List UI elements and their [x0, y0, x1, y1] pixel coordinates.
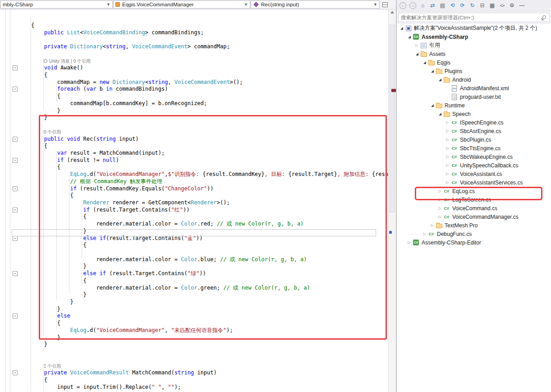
preview-selected-items-icon[interactable]: ▤	[438, 1, 447, 10]
solution-explorer-search-input[interactable]	[398, 13, 550, 22]
sync-active-document-icon[interactable]: ⇄	[428, 1, 437, 10]
tree-item-voiceassistantsample-2-2[interactable]: 解决方案"VoiceAssistantSample"(2 个项目, 共 2 个)	[397, 24, 551, 32]
tree-item-sbcplugin-cs[interactable]: ▷C#SbcPlugin.cs	[397, 135, 551, 144]
tree-item-sbcasrengine-cs[interactable]: ▷C#SbcAsrEngine.cs	[397, 127, 551, 135]
expand-arrow-icon[interactable]: ▷	[445, 121, 450, 125]
expand-arrow-icon[interactable]: ▷	[414, 44, 420, 47]
expand-arrow-icon[interactable]: ▷	[445, 129, 450, 133]
back-icon[interactable]: ←	[398, 1, 408, 10]
collapse-arrow-icon[interactable]	[429, 70, 435, 73]
codelens-line[interactable]: Unity 消息 | 0 个引用	[0, 58, 388, 65]
code-line[interactable]: commandMap[b.commandKey] = b.onRecognize…	[0, 100, 388, 107]
code-line[interactable]: {	[0, 93, 388, 100]
split-editor-button[interactable]	[381, 0, 390, 9]
tree-item-assembly-csharp[interactable]: C#Assembly-CSharp	[397, 32, 551, 41]
fold-collapse-icon[interactable]: −	[13, 208, 18, 212]
expand-arrow-icon[interactable]: ▷	[445, 181, 450, 184]
collapse-arrow-icon[interactable]	[429, 104, 435, 107]
code-line[interactable]: − foreach (var b in commandBindings)	[0, 86, 388, 93]
code-editor[interactable]: { public List<VoiceCommandBinding> comma…	[0, 9, 388, 392]
collapse-arrow-icon[interactable]	[422, 61, 427, 64]
code-line[interactable]: − void Awake()	[0, 65, 388, 72]
tree-item-assets[interactable]: Assets	[397, 50, 551, 58]
fold-collapse-icon[interactable]: −	[13, 65, 18, 70]
collapse-arrow-icon[interactable]	[414, 53, 420, 55]
codelens-line[interactable]: 1 个引用	[0, 363, 388, 370]
expand-arrow-icon[interactable]: ▷	[445, 164, 450, 167]
code-line[interactable]	[0, 36, 388, 43]
tree-item-plugins[interactable]: Plugins	[397, 67, 551, 75]
member-dropdown[interactable]: Rec(string input) ▼	[251, 0, 380, 9]
fold-collapse-icon[interactable]: −	[13, 271, 18, 276]
tree-item-runtime[interactable]: Runtime	[397, 101, 551, 110]
scrollbar-thumb[interactable]	[390, 25, 395, 212]
code-line[interactable]: {	[0, 72, 388, 79]
fold-collapse-icon[interactable]: −	[13, 137, 18, 142]
expand-arrow-icon[interactable]: ▷	[429, 224, 435, 227]
code-line[interactable]: }	[0, 341, 388, 348]
tree-item-voiceassistant-cs[interactable]: ▷C#VoiceAssistant.cs	[397, 170, 551, 178]
fold-collapse-icon[interactable]: −	[13, 370, 18, 375]
sync-icon[interactable]: ⟳	[458, 1, 467, 10]
wrench-icon[interactable]: ⚙	[507, 1, 517, 10]
fold-collapse-icon[interactable]: −	[13, 87, 18, 92]
code-line[interactable]: {	[0, 22, 388, 29]
home-icon[interactable]: ⌂	[418, 1, 427, 10]
expand-arrow-icon[interactable]: ▷	[445, 147, 450, 150]
code-view-icon[interactable]: <>	[497, 1, 507, 10]
code-line[interactable]: commandMap = new Dictionary<string, Voic…	[0, 79, 388, 86]
expand-arrow-icon[interactable]: ▷	[422, 232, 427, 236]
type-dropdown[interactable]: Eqgis.VoiceCommandManager ▼	[113, 0, 250, 9]
fold-collapse-icon[interactable]: −	[13, 314, 18, 318]
fold-collapse-icon[interactable]: −	[13, 158, 18, 163]
tree-item-[interactable]: ▷引用	[397, 41, 551, 50]
collapse-arrow-icon[interactable]	[399, 27, 404, 30]
tree-item-textmesh-pro[interactable]: ▷TextMesh Pro	[397, 221, 551, 230]
forward-icon[interactable]: →	[408, 1, 418, 10]
collapse-all-icon[interactable]: ⊟	[478, 1, 487, 10]
tree-item-voicecommand-cs[interactable]: ▷C#VoiceCommand.cs	[397, 204, 551, 212]
show-all-files-icon[interactable]: ▦	[487, 1, 497, 10]
code-line[interactable]: private Dictionary<string, VoiceCommandE…	[0, 43, 388, 51]
expand-arrow-icon[interactable]: ▷	[445, 172, 450, 176]
expand-arrow-icon[interactable]: ▷	[437, 215, 443, 219]
code-line[interactable]	[0, 355, 388, 363]
code-line[interactable]: public List<VoiceCommandBinding> command…	[0, 29, 388, 37]
tree-item-sbcwakeupengine-cs[interactable]: ▷C#SbcWakeupEngine.cs	[397, 152, 551, 161]
chevron-down-icon: ▼	[244, 2, 248, 7]
collapse-arrow-icon[interactable]	[406, 36, 412, 38]
editor-vertical-scrollbar[interactable]	[388, 9, 396, 392]
code-line[interactable]: {	[0, 377, 388, 384]
collapse-arrow-icon[interactable]	[437, 78, 443, 81]
scrollbar-up-arrow-icon[interactable]	[390, 11, 394, 14]
code-token: <	[80, 29, 83, 36]
expand-arrow-icon[interactable]: ▷	[445, 138, 450, 142]
tree-item-assembly-csharp-editor[interactable]: ▷C#Assembly-CSharp-Editor	[397, 238, 551, 247]
tree-item-eqgis[interactable]: Eqgis	[397, 58, 551, 67]
tree-item-sbcttsengine-cs[interactable]: ▷C#SbcTtsEngine.cs	[397, 144, 551, 152]
pending-changes-icon[interactable]: ⟲	[448, 1, 457, 10]
tree-item-unityspeechcallback-cs[interactable]: ▷C#UnitySpeechCallback.cs	[397, 161, 551, 170]
code-line[interactable]: input = input.Trim().Replace(" ", "");	[0, 384, 388, 391]
tree-item-debugfunc-cs[interactable]: ▷C#DebugFunc.cs	[397, 230, 551, 238]
expand-arrow-icon[interactable]: ▷	[445, 155, 450, 159]
code-line[interactable]	[0, 51, 388, 58]
code-line[interactable]: − private VoiceCommandResult MatchComman…	[0, 369, 388, 377]
tree-item-speech[interactable]: Speech	[397, 110, 551, 118]
expand-arrow-icon[interactable]: ▷	[406, 241, 412, 244]
tree-item-androidmanifest-xml[interactable]: </>AndroidManifest.xml	[397, 84, 551, 92]
tree-item-proguard-user-txt[interactable]: proguard-user.txt	[397, 92, 551, 101]
tree-item-android[interactable]: Android	[397, 75, 551, 84]
refresh-icon[interactable]: ↻	[468, 1, 477, 10]
code-line[interactable]	[0, 348, 388, 355]
expand-arrow-icon[interactable]: ▷	[437, 207, 443, 210]
tree-item-voiceassistantservices-cs[interactable]: ▷C#VoiceAssistantServices.cs	[397, 178, 551, 187]
fold-collapse-icon[interactable]: −	[13, 186, 18, 191]
pin-icon[interactable]: —	[517, 1, 527, 10]
fold-collapse-icon[interactable]: −	[13, 236, 18, 241]
collapse-arrow-icon[interactable]	[437, 113, 443, 115]
tree-item-ispeechengine-cs[interactable]: ▷C#ISpeechEngine.cs	[397, 118, 551, 127]
project-dropdown[interactable]: mbly-CSharp ▼	[0, 0, 113, 9]
tree-item-voicecommandmanager-cs[interactable]: ▷C#VoiceCommandManager.cs	[397, 212, 551, 221]
code-line[interactable]: }	[0, 107, 388, 115]
